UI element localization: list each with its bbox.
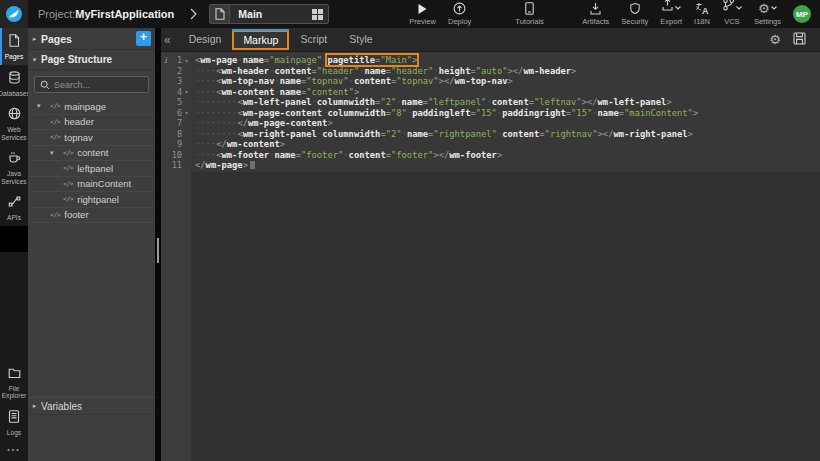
code-line-7[interactable]: ········</wm-page-content> <box>195 118 820 129</box>
sidebar-item-web-services[interactable]: Web Services <box>0 101 28 145</box>
code-line-3[interactable]: ····<wm-top-nav·name="topnav"·content="t… <box>195 76 820 87</box>
line-number: 10 <box>170 150 182 160</box>
tree-item-label: topnav <box>64 132 93 143</box>
chevron-right-icon <box>190 8 197 20</box>
editor-gutter: i1▾234▾56▾7891011 <box>161 52 191 461</box>
tree-item-footer[interactable]: </>footer <box>28 208 155 224</box>
tab-script[interactable]: Script <box>289 28 338 51</box>
page-file-icon <box>210 5 230 23</box>
tree-item-label: leftpanel <box>77 163 113 174</box>
wavemaker-studio: Project:MyFirstApplication Main Preview … <box>0 0 820 461</box>
add-page-button[interactable]: + <box>136 31 151 46</box>
divider-grip[interactable] <box>157 238 159 263</box>
page-structure-header[interactable]: ▾ Page Structure <box>28 50 155 70</box>
line-number: 9 <box>170 139 182 149</box>
deploy-icon <box>453 2 466 15</box>
page-tab-main[interactable]: Main <box>209 4 329 24</box>
sidebar-item-file-explorer[interactable]: File Explorer <box>0 360 28 404</box>
code-line-6[interactable]: ········<wm-page-content·columnwidth="8"… <box>195 108 820 119</box>
chevron-down-icon[interactable]: ▾ <box>37 102 50 110</box>
sidebar-item-logs[interactable]: Logs <box>0 404 28 441</box>
chevron-down-icon[interactable]: ▾ <box>50 149 63 157</box>
save-icon[interactable] <box>793 31 806 49</box>
log-file-icon <box>8 409 20 427</box>
gutter-line-4: 4▾ <box>161 87 191 98</box>
code-document[interactable]: <wm-page·name="mainpage"·pagetitle="Main… <box>191 52 820 172</box>
gear-icon: ⚙ <box>758 2 770 15</box>
shield-icon <box>629 2 641 15</box>
chevron-down-icon <box>675 0 681 14</box>
line-number: 4 <box>170 87 182 97</box>
export-button[interactable]: Export <box>660 2 682 26</box>
gutter-line-11: 11 <box>161 160 191 171</box>
widget-markup-icon: </> <box>63 164 73 172</box>
vcs-button[interactable]: VCS <box>722 2 742 26</box>
line-number: 6 <box>170 108 182 118</box>
markup-code-editor[interactable]: i1▾234▾56▾7891011 <wm-page·name="mainpag… <box>161 52 820 461</box>
fold-arrow-icon[interactable]: ▾ <box>182 88 191 95</box>
chevron-down-icon: ▾ <box>28 56 41 64</box>
sidebar-item-apis[interactable]: APIs <box>0 189 28 226</box>
panel-divider[interactable] <box>155 28 161 461</box>
tree-item-content[interactable]: ▾</>content <box>28 146 155 162</box>
code-line-9[interactable]: ····</wm-content> <box>195 139 820 150</box>
deploy-button[interactable]: Deploy <box>448 2 471 26</box>
gutter-line-7: 7 <box>161 118 191 129</box>
fold-arrow-icon[interactable]: ▾ <box>182 57 191 64</box>
folder-icon <box>8 365 21 383</box>
chevron-down-icon <box>771 0 777 14</box>
gutter-line-10: 10 <box>161 150 191 161</box>
tab-design[interactable]: Design <box>178 28 233 51</box>
sidebar-item-pages[interactable]: Pages <box>0 28 28 65</box>
code-line-1[interactable]: <wm-page·name="mainpage"·pagetitle="Main… <box>195 55 820 66</box>
widget-markup-icon: </> <box>50 118 60 126</box>
tree-item-label: content <box>77 147 108 158</box>
tab-markup[interactable]: Markup <box>232 30 289 50</box>
gutter-line-8: 8 <box>161 129 191 140</box>
widget-markup-icon: </> <box>63 149 73 157</box>
code-line-2[interactable]: ····<wm-header·content="header"·name="he… <box>195 66 820 77</box>
tree-item-rightpanel[interactable]: </>rightpanel <box>28 192 155 208</box>
tree-item-topnav[interactable]: </>topnav <box>28 130 155 146</box>
i18n-button[interactable]: A I18N <box>694 2 710 26</box>
settings-button[interactable]: ⚙ Settings <box>754 2 781 26</box>
svg-text:A: A <box>702 6 709 15</box>
grid-icon[interactable] <box>312 9 323 20</box>
code-line-11[interactable]: </wm-page> <box>195 160 820 171</box>
pages-section-header[interactable]: ▸ Pages + <box>28 28 155 50</box>
annotation-highlight: pagetitle="Main"> <box>327 55 417 65</box>
gutter-line-6: 6▾ <box>161 108 191 119</box>
code-line-4[interactable]: ····<wm-content·name="content"> <box>195 87 820 98</box>
artifacts-button[interactable]: Artifacts <box>582 2 609 26</box>
translate-icon: A <box>695 2 709 15</box>
security-button[interactable]: Security <box>621 2 648 26</box>
tree-item-header[interactable]: </>header <box>28 115 155 131</box>
editor-empty-space[interactable] <box>191 172 820 461</box>
sidebar-item-java-services[interactable]: Java Services <box>0 145 28 189</box>
editor-settings-gear-icon[interactable]: ⚙ <box>769 33 781 46</box>
tree-item-leftpanel[interactable]: </>leftpanel <box>28 161 155 177</box>
fold-arrow-icon[interactable]: ▾ <box>182 109 191 116</box>
code-line-8[interactable]: ········<wm-right-panel·columnwidth="2"·… <box>195 129 820 140</box>
structure-search[interactable] <box>34 76 149 93</box>
collapse-panel-icon[interactable]: « <box>164 33 171 47</box>
code-line-10[interactable]: ····<wm-footer·name="footer"·content="fo… <box>195 150 820 161</box>
play-icon <box>417 2 428 15</box>
user-avatar[interactable]: MP <box>793 5 811 23</box>
sidebar-item-databases[interactable]: Databases <box>0 65 28 102</box>
pages-panel: ▸ Pages + ▾ Page Structure ▾</>mainpage<… <box>28 28 155 461</box>
tab-style[interactable]: Style <box>338 28 383 51</box>
tutorials-button[interactable]: Tutorials <box>515 2 543 26</box>
gutter-line-2: 2 <box>161 66 191 77</box>
search-input[interactable] <box>54 80 139 90</box>
more-options-icon[interactable]: ••• <box>0 440 28 461</box>
preview-button[interactable]: Preview <box>409 2 436 26</box>
wavemaker-logo-icon[interactable] <box>0 0 28 28</box>
line-number: 3 <box>170 76 182 86</box>
tree-item-mainContent[interactable]: </>mainContent <box>28 177 155 193</box>
tree-item-mainpage[interactable]: ▾</>mainpage <box>28 99 155 115</box>
variables-section-header[interactable]: ▸ Variables <box>28 397 155 415</box>
text-cursor <box>250 161 255 169</box>
widget-markup-icon: </> <box>63 195 73 203</box>
code-line-5[interactable]: ········<wm-left-panel·columnwidth="2"·n… <box>195 97 820 108</box>
